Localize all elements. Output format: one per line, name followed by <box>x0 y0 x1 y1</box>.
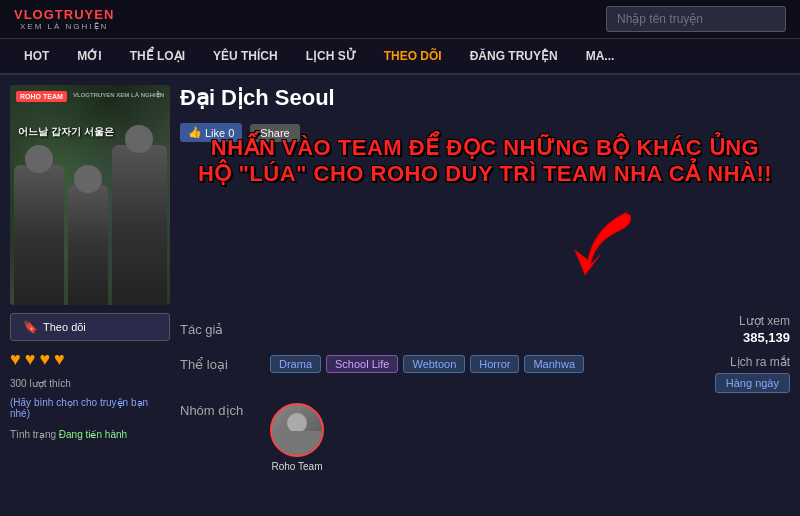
nav-moi[interactable]: MỚI <box>63 39 115 73</box>
cover-watermark: VLOGTRUYEN XEM LÀ NGHIỆN <box>73 91 164 98</box>
nav-bar: HOT MỚI THỂ LOẠI YÊU THÍCH LỊCH SỬ THEO … <box>0 39 800 75</box>
logo-top: VLOGTRUYEN <box>14 7 114 22</box>
main-content: ROHO TEAM VLOGTRUYEN XEM LÀ NGHIỆN 어느날 갑… <box>0 75 800 495</box>
manga-title: Đại Dịch Seoul <box>180 85 790 111</box>
share-label: Share <box>260 127 289 139</box>
views-value: 385,139 <box>743 330 790 345</box>
heart-2: ♥ <box>25 349 36 370</box>
nav-more[interactable]: MA... <box>572 39 629 73</box>
status-value: Đang tiến hành <box>59 429 127 440</box>
author-label: Tác giả <box>180 322 260 337</box>
thumbs-icon: 👍 <box>188 126 202 139</box>
cover-characters <box>10 125 170 305</box>
heart-3: ♥ <box>39 349 50 370</box>
cover-panel: ROHO TEAM VLOGTRUYEN XEM LÀ NGHIỆN 어느날 갑… <box>10 85 170 485</box>
nav-lichsu[interactable]: LỊCH SỬ <box>292 39 370 73</box>
translator-avatar <box>270 403 324 457</box>
genre-label: Thể loại <box>180 357 260 372</box>
likes-count: 300 lượt thích <box>10 378 170 389</box>
heart-1: ♥ <box>10 349 21 370</box>
logo-bottom: XEM LÀ NGHIỆN <box>20 22 108 31</box>
overlay-text: NHẤN VÀO TEAM ĐỂ ĐỌC NHỮNG BỘ KHÁC ỦNG H… <box>180 135 790 188</box>
share-button[interactable]: Share <box>250 124 299 142</box>
info-rows: Tác giả Lượt xem 385,139 Thể loại Drama … <box>180 314 790 472</box>
char-2 <box>68 185 108 305</box>
follow-button[interactable]: 🔖 Theo dõi <box>10 313 170 341</box>
header: VLOGTRUYEN XEM LÀ NGHIỆN <box>0 0 800 39</box>
follow-label: Theo dõi <box>43 321 86 333</box>
like-label: Like 0 <box>205 127 234 139</box>
tag-horror[interactable]: Horror <box>470 355 519 373</box>
nav-dangtuyen[interactable]: ĐĂNG TRUYỆN <box>456 39 572 73</box>
tag-webtoon[interactable]: Webtoon <box>403 355 465 373</box>
views-label: Lượt xem <box>739 314 790 328</box>
heart-4: ♥ <box>54 349 65 370</box>
tags-list: Drama School Life Webtoon Horror Manhwa <box>270 355 584 373</box>
translator-name: Roho Team <box>272 461 323 472</box>
info-panel: Đại Dịch Seoul 👍 Like 0 Share NHẤN VÀO T… <box>180 85 790 485</box>
author-grid: Tác giả <box>180 322 719 337</box>
schedule-label: Lịch ra mắt <box>730 355 790 369</box>
search-input[interactable] <box>606 6 786 32</box>
cover-image[interactable]: ROHO TEAM VLOGTRUYEN XEM LÀ NGHIỆN 어느날 갑… <box>10 85 170 305</box>
hearts-row: ♥ ♥ ♥ ♥ <box>10 349 170 370</box>
nav-yeuthich[interactable]: YÊU THÍCH <box>199 39 292 73</box>
status-label: Tình trạng <box>10 429 56 440</box>
tag-drama[interactable]: Drama <box>270 355 321 373</box>
tag-school[interactable]: School Life <box>326 355 398 373</box>
nav-hot[interactable]: HOT <box>10 39 63 73</box>
char-3 <box>112 145 167 305</box>
social-row: 👍 Like 0 Share <box>180 123 790 142</box>
nav-theloai[interactable]: THỂ LOẠI <box>116 39 199 73</box>
likes-link[interactable]: (Hãy bình chọn cho truyện bạn nhé) <box>10 397 170 419</box>
group-label: Nhóm dịch <box>180 403 260 418</box>
tag-manhwa[interactable]: Manhwa <box>524 355 584 373</box>
logo[interactable]: VLOGTRUYEN XEM LÀ NGHIỆN <box>14 7 114 31</box>
nav-theodoi[interactable]: THEO DÕI <box>370 39 456 73</box>
red-arrow-icon <box>570 205 650 285</box>
translator-group[interactable]: Roho Team <box>270 403 324 472</box>
like-button[interactable]: 👍 Like 0 <box>180 123 242 142</box>
cover-badge: ROHO TEAM <box>16 91 67 102</box>
schedule-value: Hàng ngày <box>715 373 790 393</box>
bookmark-icon: 🔖 <box>23 320 38 334</box>
char-1 <box>14 165 64 305</box>
status-row: Tình trạng Đang tiến hành <box>10 429 170 440</box>
overlay-line2: HỘ "LÚA" CHO ROHO DUY TRÌ TEAM NHA CẢ NH… <box>180 161 790 187</box>
